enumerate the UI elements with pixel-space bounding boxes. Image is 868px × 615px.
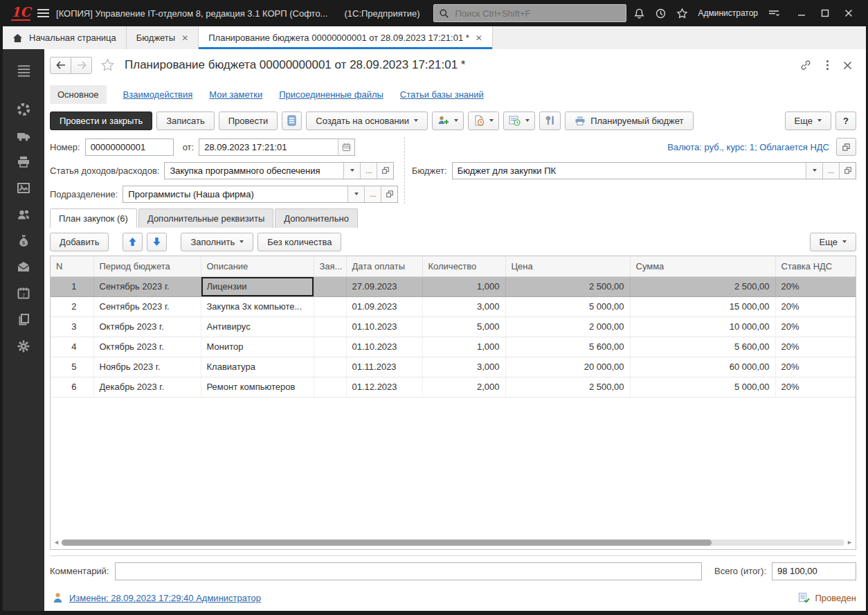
scrollbar-track[interactable] [62, 540, 844, 546]
scroll-left-icon[interactable]: ◄ [53, 540, 60, 546]
settings-tools-button[interactable] [539, 112, 561, 130]
budget-input[interactable] [453, 163, 806, 179]
cell-quantity[interactable]: 3,000 [422, 296, 505, 317]
cell-description[interactable]: Ремонт компьютеров [201, 377, 314, 397]
post-and-close-button[interactable]: Провести и закрыть [50, 112, 152, 130]
col-header-description[interactable]: Описание [201, 256, 314, 276]
cell-quantity[interactable]: 5,000 [422, 317, 505, 337]
comment-input[interactable] [115, 562, 702, 580]
cell-budget-period[interactable]: Сентябрь 2023 г. [93, 296, 201, 317]
more-button[interactable]: Еще [785, 112, 831, 130]
table-row[interactable]: 2Сентябрь 2023 г.Закупка 3х компьюте...0… [51, 296, 856, 317]
list-history-button[interactable] [503, 112, 535, 130]
cell-line-number[interactable]: 1 [51, 276, 93, 296]
cell-quantity[interactable]: 3,000 [422, 357, 505, 377]
calendar-icon[interactable]: 7 [3, 280, 44, 307]
more-menu-icon[interactable] [826, 60, 829, 71]
col-header-vat-rate[interactable]: Ставка НДС [775, 256, 856, 276]
bell-icon[interactable] [633, 8, 645, 19]
cell-description[interactable]: Монитор [201, 337, 314, 357]
save-button[interactable]: Записать [156, 112, 215, 130]
tab-purchase-plan[interactable]: План закупок (6) [50, 208, 137, 228]
cell-description[interactable]: Антивирус [201, 317, 314, 337]
choose-icon[interactable]: ... [360, 163, 377, 179]
cell-request[interactable] [314, 377, 346, 397]
copy-link-icon[interactable] [799, 60, 812, 71]
tab-budgets[interactable]: Бюджеты ✕ [127, 26, 199, 49]
tab-close-icon[interactable]: ✕ [476, 34, 482, 42]
service-menu-icon[interactable] [768, 8, 780, 19]
cell-sum[interactable]: 2 500,00 [630, 276, 775, 296]
move-up-button[interactable] [123, 233, 143, 251]
cell-sum[interactable]: 15 000,00 [630, 296, 775, 317]
cell-vat-rate[interactable]: 20% [775, 276, 856, 296]
total-input[interactable] [772, 562, 856, 580]
table-row[interactable]: 3Октябрь 2023 г.Антивирус01.10.20235,000… [51, 317, 856, 337]
no-quantity-button[interactable]: Без количества [257, 233, 341, 251]
tab-budget-planning[interactable]: Планирование бюджета 00000000001 от 28.0… [199, 26, 493, 49]
cell-price[interactable]: 20 000,00 [505, 357, 630, 377]
planned-budget-button[interactable]: Планируемый бюджет [565, 112, 693, 130]
currency-link[interactable]: Валюта: руб., курс: 1; Облагается НДС [667, 142, 829, 152]
cell-vat-rate[interactable]: 20% [775, 357, 856, 377]
help-button[interactable]: ? [835, 112, 856, 130]
tab-home[interactable]: Начальная страница [3, 26, 127, 49]
favorite-star-icon[interactable] [100, 58, 115, 72]
minimize-icon[interactable] [791, 4, 812, 22]
cell-payment-date[interactable]: 01.11.2023 [346, 357, 422, 377]
cell-vat-rate[interactable]: 20% [775, 317, 856, 337]
cell-vat-rate[interactable]: 20% [775, 377, 856, 397]
printer-icon[interactable] [3, 149, 44, 175]
table-row[interactable]: 6Декабрь 2023 г.Ремонт компьютеров01.12.… [51, 377, 856, 397]
income-expense-item-input[interactable] [165, 163, 343, 179]
open-icon[interactable] [381, 186, 397, 202]
department-input[interactable] [123, 186, 347, 202]
delivery-icon[interactable] [3, 123, 44, 149]
dashboard-icon[interactable] [3, 96, 44, 123]
cell-line-number[interactable]: 3 [51, 317, 93, 337]
cell-line-number[interactable]: 6 [51, 377, 93, 397]
nav-my-notes[interactable]: Мои заметки [209, 89, 262, 100]
table-more-button[interactable]: Еще [810, 233, 856, 251]
col-header-payment-date[interactable]: Дата оплаты [346, 256, 422, 276]
col-header-sum[interactable]: Сумма [630, 256, 775, 276]
scrollbar-thumb[interactable] [62, 540, 712, 546]
table-row[interactable]: 1Сентябрь 2023 г.Лицензии27.09.20231,000… [51, 276, 856, 296]
cell-budget-period[interactable]: Октябрь 2023 г. [93, 337, 201, 357]
back-button[interactable] [50, 57, 71, 74]
number-input[interactable] [85, 139, 174, 156]
cell-sum[interactable]: 60 000,00 [630, 357, 775, 377]
tab-additional[interactable]: Дополнительно [275, 208, 358, 228]
cell-price[interactable]: 5 000,00 [505, 296, 630, 317]
cell-payment-date[interactable]: 01.12.2023 [346, 377, 422, 397]
forward-button[interactable] [71, 57, 92, 74]
close-icon[interactable] [838, 4, 859, 22]
cell-price[interactable]: 2 500,00 [505, 377, 630, 397]
col-header-budget-period[interactable]: Период бюджета [93, 256, 201, 276]
chevron-down-icon[interactable] [347, 186, 364, 202]
chevron-down-icon[interactable] [343, 163, 360, 179]
mail-icon[interactable] [3, 254, 44, 280]
document-history-button[interactable] [468, 112, 499, 130]
documents-icon[interactable] [3, 307, 44, 333]
nav-interactions[interactable]: Взаимодействия [123, 89, 193, 100]
history-icon[interactable] [655, 8, 667, 19]
main-menu-icon[interactable] [37, 9, 49, 17]
horizontal-scrollbar[interactable]: ◄ ► [51, 537, 856, 548]
table-row[interactable]: 5Ноябрь 2023 г.Клавиатура01.11.20233,000… [51, 357, 856, 377]
global-search[interactable] [433, 4, 626, 22]
cell-price[interactable]: 2 500,00 [505, 276, 630, 296]
cell-line-number[interactable]: 5 [51, 357, 93, 377]
add-row-button[interactable]: Добавить [50, 233, 109, 251]
cell-request[interactable] [314, 317, 346, 337]
maximize-icon[interactable] [815, 4, 835, 22]
nav-kb-articles[interactable]: Статьи базы знаний [400, 89, 484, 100]
nav-main[interactable]: Основное [50, 85, 107, 104]
search-input[interactable] [453, 8, 621, 19]
move-down-button[interactable] [147, 233, 167, 251]
choose-icon[interactable]: ... [364, 186, 381, 202]
cell-request[interactable] [314, 337, 346, 357]
cell-sum[interactable]: 10 000,00 [630, 317, 775, 337]
cell-payment-date[interactable]: 01.09.2023 [346, 296, 422, 317]
cell-price[interactable]: 5 600,00 [505, 337, 630, 357]
